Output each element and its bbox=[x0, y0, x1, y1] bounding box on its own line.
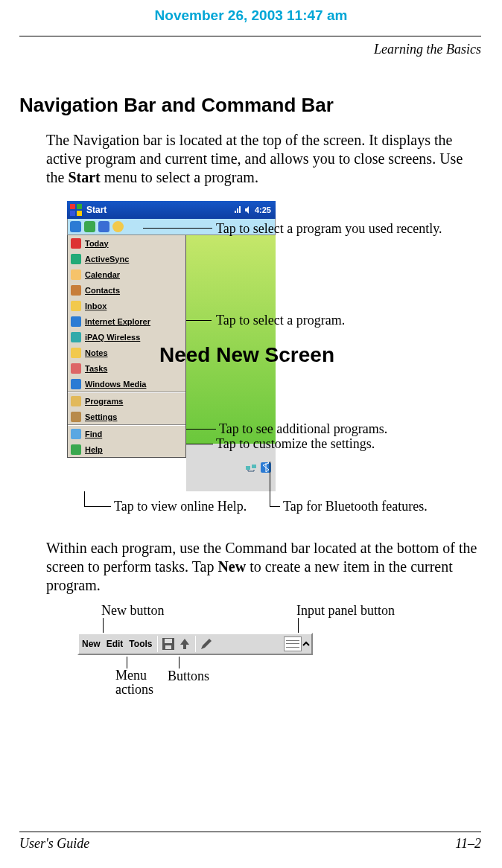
menu-item-label: Contacts bbox=[85, 286, 120, 295]
callout-line bbox=[84, 506, 111, 507]
menu-item[interactable]: Find bbox=[68, 426, 185, 441]
speaker-icon bbox=[244, 206, 252, 214]
recent-icon bbox=[98, 221, 109, 232]
menu-item-label: Calendar bbox=[85, 270, 120, 279]
p2-bold: New bbox=[217, 558, 246, 575]
menu-item-label: Notes bbox=[85, 348, 108, 357]
callout-line bbox=[143, 228, 209, 229]
menu-item-icon bbox=[71, 301, 81, 311]
figure-command-bar: New Edit Tools bbox=[77, 633, 313, 655]
svg-rect-5 bbox=[165, 645, 171, 649]
floppy-icon[interactable] bbox=[162, 637, 175, 651]
menu-item-icon bbox=[71, 254, 81, 264]
menu-item-icon bbox=[71, 444, 81, 455]
menu-item-icon bbox=[71, 412, 81, 422]
svg-rect-4 bbox=[165, 639, 172, 643]
callout-help: Tap to view online Help. bbox=[114, 499, 247, 514]
rule-top bbox=[19, 36, 481, 36]
menu-item-icon bbox=[71, 363, 81, 374]
draft-timestamp: November 26, 2003 11:47 am bbox=[0, 7, 502, 24]
command-bar-paragraph: Within each program, use the Command bar… bbox=[46, 539, 480, 595]
start-label[interactable]: Start bbox=[86, 205, 107, 215]
menu-item-label: Help bbox=[85, 445, 103, 454]
menu-item[interactable]: Internet Explorer bbox=[68, 313, 185, 329]
recent-icon bbox=[112, 221, 124, 232]
menu-item-label: Windows Media bbox=[85, 380, 146, 389]
menu-item-icon bbox=[71, 429, 81, 439]
label-input-panel: Input panel button bbox=[296, 603, 395, 619]
clock-time: 4:25 bbox=[255, 205, 271, 214]
cmd-edit[interactable]: Edit bbox=[104, 639, 127, 649]
label-new-button: New button bbox=[101, 603, 165, 619]
menu-item[interactable]: iPAQ Wireless bbox=[68, 329, 185, 345]
callout-line bbox=[127, 657, 127, 668]
menu-item-label: Today bbox=[85, 239, 109, 248]
menu-item[interactable]: ActiveSync bbox=[68, 251, 185, 267]
menu-item-label: Programs bbox=[85, 397, 123, 406]
menu-item-label: ActiveSync bbox=[85, 255, 129, 264]
callout-bluetooth: Tap for Bluetooth features. bbox=[283, 499, 428, 514]
callout-line bbox=[186, 429, 216, 430]
menu-item-icon bbox=[71, 379, 81, 389]
callout-recent: Tap to select a program you used recentl… bbox=[216, 221, 442, 237]
network-icon bbox=[246, 462, 256, 473]
menu-item[interactable]: Today bbox=[68, 235, 185, 251]
chevron-up-icon[interactable] bbox=[302, 637, 310, 651]
menu-item[interactable]: Settings bbox=[68, 409, 185, 424]
menu-item-icon bbox=[71, 316, 81, 327]
menu-item-label: Tasks bbox=[85, 364, 107, 373]
cmd-tools[interactable]: Tools bbox=[126, 639, 155, 649]
callout-more: Tap to see additional programs. bbox=[219, 421, 387, 437]
recent-icon bbox=[84, 221, 95, 232]
menu-item[interactable]: Windows Media bbox=[68, 376, 185, 392]
callout-line bbox=[103, 618, 104, 633]
cmd-new[interactable]: New bbox=[79, 639, 104, 649]
input-panel-button[interactable] bbox=[284, 636, 302, 651]
arrow-up-icon[interactable] bbox=[178, 637, 191, 651]
label-menu-b: actions bbox=[115, 682, 153, 697]
pencil-icon[interactable] bbox=[200, 637, 213, 651]
menu-item-label: Internet Explorer bbox=[85, 317, 150, 326]
menu-item-label: Inbox bbox=[85, 301, 107, 310]
menu-item-icon bbox=[71, 285, 81, 296]
callout-line bbox=[209, 228, 212, 229]
intro-text-b: menu to select a program. bbox=[101, 169, 258, 185]
overlay-need-new-screen: Need New Screen bbox=[159, 343, 334, 367]
menu-item-icon bbox=[71, 348, 81, 358]
label-menu-actions: Menu actions bbox=[115, 668, 153, 697]
windows-flag-icon bbox=[69, 203, 83, 217]
callout-line bbox=[270, 462, 270, 506]
callout-line bbox=[270, 506, 280, 507]
callout-line bbox=[84, 491, 85, 506]
footer-right: 11–2 bbox=[455, 836, 481, 852]
signal-icon bbox=[234, 206, 241, 214]
callout-program: Tap to select a program. bbox=[216, 313, 345, 328]
rule-bottom bbox=[19, 832, 481, 832]
menu-item-label: iPAQ Wireless bbox=[85, 333, 140, 342]
svg-rect-0 bbox=[246, 466, 250, 470]
callout-line bbox=[186, 320, 212, 321]
menu-item[interactable]: Inbox bbox=[68, 298, 185, 313]
intro-bold: Start bbox=[68, 169, 100, 185]
menu-item[interactable]: Programs bbox=[68, 393, 185, 409]
page-title: Navigation Bar and Command Bar bbox=[19, 94, 334, 117]
menu-item[interactable]: Calendar bbox=[68, 267, 185, 282]
section-label: Learning the Basics bbox=[374, 42, 481, 57]
menu-item-label: Find bbox=[85, 430, 102, 438]
callout-line bbox=[186, 444, 213, 444]
status-area: 4:25 bbox=[234, 205, 276, 214]
callout-line bbox=[298, 618, 299, 633]
menu-item[interactable]: Contacts bbox=[68, 282, 185, 298]
menu-item-icon bbox=[71, 332, 81, 342]
svg-rect-1 bbox=[252, 465, 256, 468]
intro-paragraph: The Navigation bar is located at the top… bbox=[46, 131, 480, 187]
label-menu-a: Menu bbox=[115, 668, 147, 683]
recent-icon bbox=[70, 221, 81, 232]
menu-item-icon bbox=[71, 269, 81, 280]
toolbar-separator bbox=[195, 636, 196, 652]
menu-item-icon bbox=[71, 396, 81, 406]
callout-line bbox=[179, 657, 179, 668]
menu-item-label: Settings bbox=[85, 412, 117, 421]
nav-bar: Start 4:25 bbox=[67, 201, 276, 219]
menu-item[interactable]: Help bbox=[68, 441, 185, 457]
